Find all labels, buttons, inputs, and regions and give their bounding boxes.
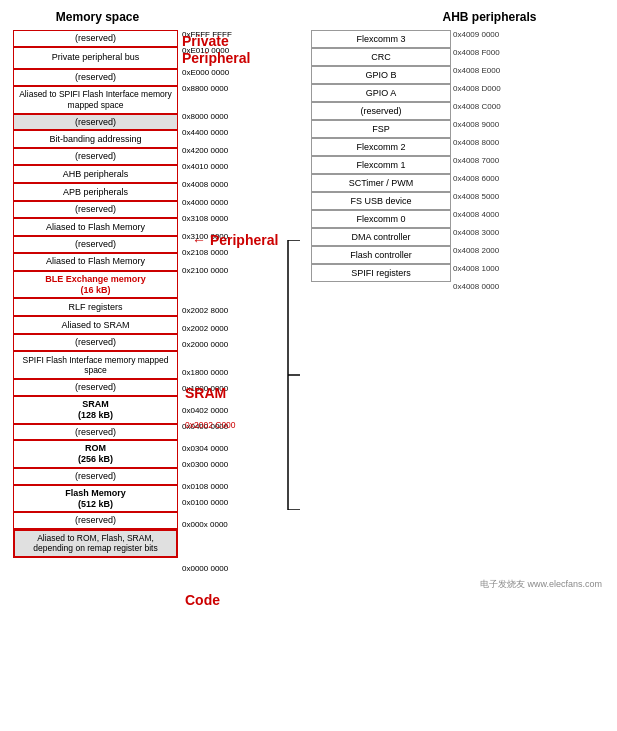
memory-cell-reserved-6: (reserved): [13, 236, 178, 253]
ahb-addr-7: 0x4008 7000: [453, 156, 538, 174]
page-container: Memory space AHB peripherals (reserved) …: [0, 0, 617, 601]
ahb-addr-1: 0x4008 F000: [453, 48, 538, 66]
memory-cell-reserved-1: (reserved): [13, 30, 178, 47]
code-label: Code: [185, 592, 220, 608]
memory-cell-reserved-5: (reserved): [13, 201, 178, 218]
memory-cell-apb-peripherals: APB peripherals: [13, 183, 178, 201]
addr-18: 0x1800 0000: [182, 368, 285, 384]
memory-cell-ble-exchange: BLE Exchange memory(16 kB): [13, 271, 178, 299]
memory-cell-reserved-8: (reserved): [13, 379, 178, 396]
ahb-flexcomm1: Flexcomm 1: [311, 156, 451, 174]
ahb-addr-4: 0x4008 C000: [453, 102, 538, 120]
addr-21: 0x0400 0000: [182, 422, 285, 444]
addr-25: 0x0100 0000: [182, 498, 285, 520]
memory-cell-flash-aliased-2: Aliased to Flash Memory: [13, 253, 178, 271]
bracket-area: [286, 30, 304, 574]
addr-1: 0xE010 0000: [182, 46, 285, 68]
memory-cell-spifi-aliased: Aliased to SPIFI Flash Interface memory …: [13, 86, 178, 114]
addr-0: 0xFFFF FFFF: [182, 30, 285, 46]
addr-24: 0x0108 0000: [182, 482, 285, 498]
addr-3: 0x8800 0000: [182, 84, 285, 112]
ahb-address-column: 0x4009 0000 0x4008 F000 0x4008 E000 0x40…: [453, 30, 538, 574]
addr-26: 0x000x 0000: [182, 520, 285, 536]
address-list: 0xFFFF FFFF 0xE010 0000 0xE000 0000 0x88…: [180, 30, 285, 574]
ahb-addr-6: 0x4008 8000: [453, 138, 538, 156]
ahb-header: AHB peripherals: [377, 10, 602, 24]
memory-cell-rom-256: ROM(256 kB): [13, 440, 178, 468]
addr-10: 0x3108 0000: [182, 214, 285, 232]
ahb-addr-5: 0x4008 9000: [453, 120, 538, 138]
ahb-reserved: (reserved): [311, 102, 451, 120]
ahb-flexcomm3: Flexcomm 3: [311, 30, 451, 48]
addr-7: 0x4010 0000: [182, 162, 285, 180]
watermark: 电子发烧友 www.elecfans.com: [5, 578, 612, 591]
addr-16: 0x2002 0000: [182, 324, 285, 340]
ahb-flexcomm2: Flexcomm 2: [311, 138, 451, 156]
addr-19: 0x1000 0000: [182, 384, 285, 406]
addr-15: 0x2002 8000: [182, 306, 285, 324]
memory-cell-sram-aliased: Aliased to SRAM: [13, 316, 178, 334]
ahb-addr-9: 0x4008 5000: [453, 192, 538, 210]
ahb-gpio-b: GPIO B: [311, 66, 451, 84]
bracket-svg: [286, 240, 304, 510]
main-content: (reserved) Private peripheral bus (reser…: [5, 30, 612, 574]
ahb-addr-0: 0x4009 0000: [453, 30, 538, 48]
ahb-section: Flexcomm 3 CRC GPIO B GPIO A (reserved) …: [306, 30, 538, 574]
addr-17: 0x2000 0000: [182, 340, 285, 368]
ahb-addr-12: 0x4008 2000: [453, 246, 538, 264]
addr-22: 0x0304 0000: [182, 444, 285, 460]
addr-27: [182, 536, 285, 564]
memory-cell-reserved-10: (reserved): [13, 468, 178, 485]
memory-space-header: Memory space: [15, 10, 180, 24]
addr-12: 0x2108 0000: [182, 248, 285, 266]
ahb-addr-3: 0x4008 D000: [453, 84, 538, 102]
memory-cell-reserved-11: (reserved): [13, 512, 178, 529]
ahb-addr-11: 0x4008 3000: [453, 228, 538, 246]
addr-9: 0x4000 0000: [182, 198, 285, 214]
addr-5: 0x4400 0000: [182, 128, 285, 146]
memory-cell-flash-512: Flash Memory(512 kB): [13, 485, 178, 513]
addr-20: 0x0402 0000: [182, 406, 285, 422]
memory-cell-aliased-remap: Aliased to ROM, Flash, SRAM, depending o…: [13, 529, 178, 557]
addr-4: 0x8000 0000: [182, 112, 285, 128]
ahb-cells: Flexcomm 3 CRC GPIO B GPIO A (reserved) …: [311, 30, 451, 574]
ahb-usb: FS USB device: [311, 192, 451, 210]
memory-cell-reserved-2: (reserved): [13, 69, 178, 86]
ahb-addr-14: 0x4008 0000: [453, 282, 538, 300]
ahb-addr-2: 0x4008 E000: [453, 66, 538, 84]
addr-28: 0x0000 0000: [182, 564, 285, 574]
ahb-addr-13: 0x4008 1000: [453, 264, 538, 282]
ahb-flash-ctrl: Flash controller: [311, 246, 451, 264]
ahb-gpio-a: GPIO A: [311, 84, 451, 102]
address-column: Private Peripheral ← Peripheral SRAM 0x2…: [180, 30, 285, 574]
addr-11: 0x3100 0000: [182, 232, 285, 248]
memory-cell-flash-aliased-1: Aliased to Flash Memory: [13, 218, 178, 236]
addr-8: 0x4008 0000: [182, 180, 285, 198]
memory-cell-sram-128: SRAM(128 kB): [13, 396, 178, 424]
addr-14: [182, 288, 285, 306]
memory-cell-spifi-interface: SPIFI Flash Interface memory mapped spac…: [13, 351, 178, 379]
memory-cell-reserved-9: (reserved): [13, 424, 178, 441]
memory-column: (reserved) Private peripheral bus (reser…: [13, 30, 178, 574]
ahb-crc: CRC: [311, 48, 451, 66]
memory-cell-reserved-3: (reserved): [13, 114, 178, 131]
addr-23: 0x0300 0000: [182, 460, 285, 482]
ahb-addr-8: 0x4008 6000: [453, 174, 538, 192]
ahb-sctimer: SCTimer / PWM: [311, 174, 451, 192]
memory-cell-reserved-7: (reserved): [13, 334, 178, 351]
addr-2: 0xE000 0000: [182, 68, 285, 84]
ahb-dma: DMA controller: [311, 228, 451, 246]
memory-cell-ahb-peripherals: AHB peripherals: [13, 165, 178, 183]
ahb-fsp: FSP: [311, 120, 451, 138]
addr-6: 0x4200 0000: [182, 146, 285, 162]
memory-cell-private-bus: Private peripheral bus: [13, 47, 178, 69]
memory-cell-bit-banding: Bit-banding addressing: [13, 130, 178, 148]
ahb-addr-10: 0x4008 4000: [453, 210, 538, 228]
memory-cell-reserved-4: (reserved): [13, 148, 178, 165]
memory-cell-rlf-registers: RLF registers: [13, 298, 178, 316]
ahb-flexcomm0: Flexcomm 0: [311, 210, 451, 228]
ahb-spifi-reg: SPIFI registers: [311, 264, 451, 282]
addr-13: 0x2100 0000: [182, 266, 285, 288]
